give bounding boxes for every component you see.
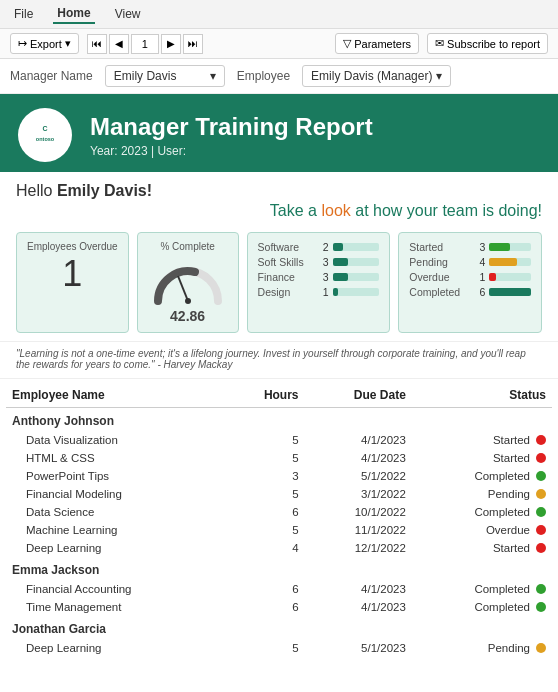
- report-subtitle: Year: 2023 | User:: [90, 144, 373, 158]
- col-due-date: Due Date: [305, 383, 412, 408]
- course-status-cell: Pending: [412, 485, 552, 503]
- category-bar-bg: [333, 273, 380, 281]
- complete-value: 42.86: [170, 308, 205, 324]
- category-count: 1: [317, 286, 329, 298]
- manager-name-value: Emily Davis: [114, 69, 177, 83]
- status-text: Pending: [488, 488, 530, 500]
- subscribe-button[interactable]: ✉ Subscribe to report: [427, 33, 548, 54]
- course-row: Data Visualization 5 4/1/2023 Started: [6, 431, 552, 449]
- category-rows: Software 2 Soft Skills 3 Finance 3 Desig…: [258, 241, 380, 298]
- last-page-button[interactable]: ⏭: [183, 34, 203, 54]
- subscribe-icon: ✉: [435, 37, 444, 50]
- svg-text:C: C: [42, 125, 47, 132]
- parameters-button[interactable]: ▽ Parameters: [335, 33, 419, 54]
- category-name: Design: [258, 286, 313, 298]
- hello-section: Hello Emily Davis! Take a look at how yo…: [0, 172, 558, 224]
- toolbar: ↦ Export ▾ ⏮ ◀ ▶ ⏭ ▽ Parameters ✉ Subscr…: [0, 29, 558, 59]
- svg-point-0: [23, 113, 67, 157]
- course-row: Data Science 6 10/1/2022 Completed: [6, 503, 552, 521]
- hello-greeting: Hello: [16, 182, 57, 199]
- first-page-button[interactable]: ⏮: [87, 34, 107, 54]
- course-due-date: 5/1/2023: [305, 639, 412, 657]
- course-status-cell: Started: [412, 431, 552, 449]
- course-hours: 5: [226, 521, 304, 539]
- course-due-date: 5/1/2022: [305, 467, 412, 485]
- prev-page-button[interactable]: ◀: [109, 34, 129, 54]
- menu-file[interactable]: File: [10, 5, 37, 23]
- course-row: HTML & CSS 5 4/1/2023 Started: [6, 449, 552, 467]
- gauge-chart: [148, 256, 228, 306]
- menu-home[interactable]: Home: [53, 4, 94, 24]
- employee-name-row: Jonathan Garcia: [6, 616, 552, 639]
- course-due-date: 10/1/2022: [305, 503, 412, 521]
- category-row: Finance 3: [258, 271, 380, 283]
- employee-chevron-icon: ▾: [436, 69, 442, 83]
- course-row: Financial Modeling 5 3/1/2022 Pending: [6, 485, 552, 503]
- employee-name: Emma Jackson: [6, 557, 552, 580]
- status-bar: [489, 243, 510, 251]
- category-row: Design 1: [258, 286, 380, 298]
- category-name: Finance: [258, 271, 313, 283]
- menu-view[interactable]: View: [111, 5, 145, 23]
- hello-name: Emily Davis!: [57, 182, 152, 199]
- status-bar-bg: [489, 243, 531, 251]
- pagination-nav: ⏮ ◀ ▶ ⏭: [87, 34, 203, 54]
- category-bar: [333, 243, 343, 251]
- subscribe-label: Subscribe to report: [447, 38, 540, 50]
- parameters-label: Parameters: [354, 38, 411, 50]
- svg-text:ontoso: ontoso: [36, 136, 55, 142]
- status-dot-icon: [536, 584, 546, 594]
- course-row: Deep Learning 5 5/1/2023 Pending: [6, 639, 552, 657]
- employee-name: Jonathan Garcia: [6, 616, 552, 639]
- contoso-logo: C ontoso: [18, 108, 72, 162]
- course-status-cell: Started: [412, 539, 552, 557]
- employee-select[interactable]: Emily Davis (Manager) ▾: [302, 65, 451, 87]
- category-count: 2: [317, 241, 329, 253]
- tagline-look: look: [321, 202, 350, 219]
- course-status-cell: Completed: [412, 503, 552, 521]
- kpi-overdue-card: Employees Overdue 1: [16, 232, 129, 333]
- kpi-categories-card: Software 2 Soft Skills 3 Finance 3 Desig…: [247, 232, 391, 333]
- status-bar: [489, 258, 517, 266]
- category-count: 3: [317, 271, 329, 283]
- course-name: Deep Learning: [6, 639, 226, 657]
- category-bar-bg: [333, 243, 380, 251]
- kpi-complete-card: % Complete 42.86: [137, 232, 239, 333]
- category-bar: [333, 273, 349, 281]
- tagline-post: at how your team is doing!: [351, 202, 542, 219]
- course-row: Financial Accounting 6 4/1/2023 Complete…: [6, 580, 552, 598]
- page-number-input[interactable]: [131, 34, 159, 54]
- col-status: Status: [412, 383, 552, 408]
- overdue-label: Employees Overdue: [27, 241, 118, 252]
- manager-name-select[interactable]: Emily Davis ▾: [105, 65, 225, 87]
- course-hours: 3: [226, 467, 304, 485]
- status-bar: [489, 273, 496, 281]
- status-text: Overdue: [486, 524, 530, 536]
- export-button[interactable]: ↦ Export ▾: [10, 33, 79, 54]
- status-count: 3: [473, 241, 485, 253]
- course-status-cell: Started: [412, 449, 552, 467]
- course-due-date: 3/1/2022: [305, 485, 412, 503]
- category-bar-bg: [333, 288, 380, 296]
- course-name: HTML & CSS: [6, 449, 226, 467]
- course-hours: 6: [226, 598, 304, 616]
- status-row: Pending 4: [409, 256, 531, 268]
- kpi-status-card: Started 3 Pending 4 Overdue 1 Completed …: [398, 232, 542, 333]
- status-row: Completed 6: [409, 286, 531, 298]
- status-dot-icon: [536, 489, 546, 499]
- course-row: Deep Learning 4 12/1/2022 Started: [6, 539, 552, 557]
- course-hours: 5: [226, 639, 304, 657]
- category-bar: [333, 288, 338, 296]
- course-name: Financial Modeling: [6, 485, 226, 503]
- course-status-cell: Pending: [412, 639, 552, 657]
- next-page-button[interactable]: ▶: [161, 34, 181, 54]
- course-hours: 5: [226, 485, 304, 503]
- menu-bar: File Home View: [0, 0, 558, 29]
- course-due-date: 4/1/2023: [305, 449, 412, 467]
- course-name: Financial Accounting: [6, 580, 226, 598]
- col-employee-name: Employee Name: [6, 383, 226, 408]
- course-status-cell: Completed: [412, 467, 552, 485]
- course-row: Machine Learning 5 11/1/2022 Overdue: [6, 521, 552, 539]
- filter-bar: Manager Name Emily Davis ▾ Employee Emil…: [0, 59, 558, 94]
- course-name: Time Management: [6, 598, 226, 616]
